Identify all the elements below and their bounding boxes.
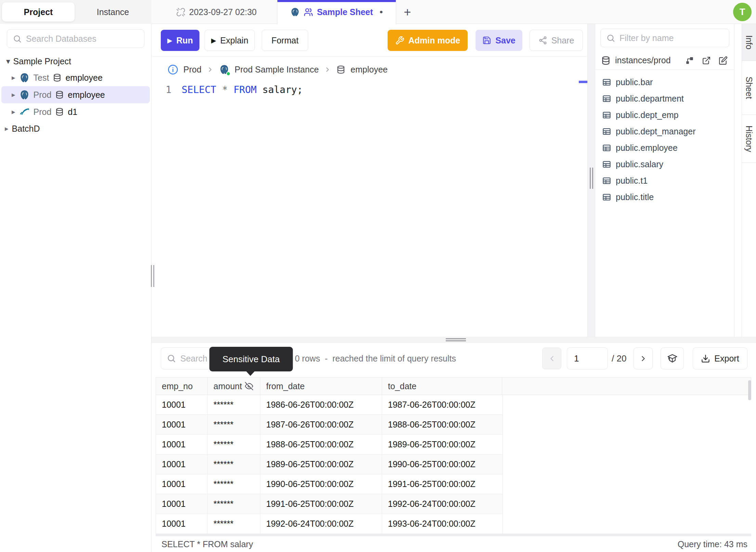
cell-from-date[interactable]: 1990-06-25T00:00:00Z: [260, 474, 382, 494]
results-hscrollbar[interactable]: [156, 534, 751, 536]
table-list-item[interactable]: public.department: [595, 90, 734, 107]
tree-item-prod-employee-selected[interactable]: ▸ Prod employee: [1, 86, 150, 103]
tree-group-batchd[interactable]: ▸ BatchD: [0, 120, 152, 137]
tree-group-sample-project[interactable]: ▾ Sample Project: [0, 53, 152, 69]
editor-line-1[interactable]: 1 SELECT * FROM salary;: [152, 82, 587, 97]
data-mask-settings-button[interactable]: [661, 347, 684, 369]
results-vscrollbar-thumb[interactable]: [748, 380, 751, 400]
breadcrumb-instance[interactable]: Prod Sample Instance: [235, 65, 319, 75]
cell-from-date[interactable]: 1986-06-26T00:00:00Z: [260, 395, 382, 415]
tab-sample-sheet-active[interactable]: Sample Sheet ●: [277, 0, 396, 24]
caret-down-icon[interactable]: ▾: [6, 57, 10, 66]
cell-amount-masked[interactable]: ******: [208, 415, 260, 434]
table-row[interactable]: 10001 ****** 1992-06-24T00:00:00Z 1993-0…: [156, 514, 503, 534]
format-button[interactable]: Format: [262, 30, 308, 51]
panel-resize-gutter-vertical[interactable]: [587, 24, 595, 343]
table-list-item[interactable]: public.title: [595, 189, 734, 205]
drag-handle-icon[interactable]: [590, 168, 591, 189]
cell-to-date[interactable]: 1987-06-26T00:00:00Z: [382, 395, 502, 415]
side-tab-history[interactable]: History: [742, 115, 756, 163]
previous-page-button[interactable]: [542, 347, 561, 369]
cell-amount-masked[interactable]: ******: [208, 395, 260, 415]
panel-resize-gutter-horizontal[interactable]: [152, 337, 756, 343]
column-header-from-date[interactable]: from_date: [260, 378, 382, 395]
table-list-item[interactable]: public.t1: [595, 172, 734, 189]
cell-to-date[interactable]: 1989-06-25T00:00:00Z: [382, 435, 502, 454]
cell-emp-no[interactable]: 10001: [156, 514, 208, 534]
cell-from-date[interactable]: 1989-06-25T00:00:00Z: [260, 455, 382, 474]
cell-to-date[interactable]: 1993-06-24T00:00:00Z: [382, 514, 502, 534]
cell-from-date[interactable]: 1988-06-25T00:00:00Z: [260, 435, 382, 454]
schema-diagram-icon[interactable]: [685, 56, 694, 65]
save-button[interactable]: Save: [475, 30, 522, 51]
column-header-amount[interactable]: amount: [208, 378, 260, 395]
tab-project[interactable]: Project: [2, 2, 75, 22]
new-tab-button[interactable]: +: [400, 4, 415, 20]
cell-amount-masked[interactable]: ******: [208, 455, 260, 474]
column-header-emp-no[interactable]: emp_no: [156, 378, 208, 395]
table-row[interactable]: 10001 ****** 1991-06-25T00:00:00Z 1992-0…: [156, 494, 503, 514]
cell-to-date[interactable]: 1992-06-24T00:00:00Z: [382, 494, 502, 514]
sidebar-drag-handle[interactable]: [150, 265, 155, 287]
drag-handle-icon[interactable]: [446, 340, 466, 341]
table-list-item[interactable]: public.salary: [595, 156, 734, 172]
table-list-item[interactable]: public.dept_manager: [595, 123, 734, 140]
table-filter-box[interactable]: [600, 29, 729, 47]
cell-to-date[interactable]: 1988-06-25T00:00:00Z: [382, 415, 502, 434]
cell-emp-no[interactable]: 10001: [156, 474, 208, 494]
edit-icon[interactable]: [719, 56, 728, 65]
sql-editor[interactable]: 1 SELECT * FROM salary;: [152, 82, 587, 337]
table-list-item[interactable]: public.bar: [595, 74, 734, 90]
side-tab-sheet[interactable]: Sheet: [742, 61, 756, 115]
table-row[interactable]: 10001 ****** 1989-06-25T00:00:00Z 1990-0…: [156, 455, 503, 474]
cell-amount-masked[interactable]: ******: [208, 474, 260, 494]
cell-from-date[interactable]: 1991-06-25T00:00:00Z: [260, 494, 382, 514]
share-button[interactable]: Share: [530, 30, 583, 51]
table-row[interactable]: 10001 ****** 1987-06-26T00:00:00Z 1988-0…: [156, 415, 503, 435]
column-header-to-date[interactable]: to_date: [382, 378, 502, 395]
table-row[interactable]: 10001 ****** 1986-06-26T00:00:00Z 1987-0…: [156, 395, 503, 415]
explain-button[interactable]: ▶ Explain: [205, 30, 255, 51]
cell-emp-no[interactable]: 10001: [156, 435, 208, 454]
page-number-input[interactable]: [574, 353, 608, 364]
info-icon[interactable]: [168, 64, 178, 75]
cell-emp-no[interactable]: 10001: [156, 455, 208, 474]
cell-amount-masked[interactable]: ******: [208, 494, 260, 514]
external-link-icon[interactable]: [702, 56, 711, 65]
cell-emp-no[interactable]: 10001: [156, 395, 208, 415]
search-databases-input[interactable]: [26, 34, 139, 44]
drag-handle-icon[interactable]: [592, 168, 593, 189]
cell-from-date[interactable]: 1992-06-24T00:00:00Z: [260, 514, 382, 534]
avatar[interactable]: T: [733, 3, 752, 21]
cell-amount-masked[interactable]: ******: [208, 514, 260, 534]
page-number-box[interactable]: [567, 347, 608, 369]
database-search-box[interactable]: [7, 29, 144, 48]
caret-right-icon[interactable]: ▸: [12, 91, 15, 99]
side-tab-info[interactable]: Info: [742, 24, 756, 61]
cell-emp-no[interactable]: 10001: [156, 494, 208, 514]
cell-from-date[interactable]: 1987-06-26T00:00:00Z: [260, 415, 382, 434]
drag-handle-icon[interactable]: [446, 338, 466, 339]
breadcrumb-database[interactable]: employee: [351, 65, 388, 75]
caret-right-icon[interactable]: ▸: [12, 108, 15, 116]
run-button[interactable]: ▶ Run: [161, 30, 199, 51]
breadcrumb-environment[interactable]: Prod: [183, 65, 201, 75]
table-list-item[interactable]: public.dept_emp: [595, 107, 734, 123]
cell-emp-no[interactable]: 10001: [156, 415, 208, 434]
table-list-item[interactable]: public.employee: [595, 140, 734, 156]
caret-right-icon[interactable]: ▸: [12, 74, 15, 82]
table-row[interactable]: 10001 ****** 1988-06-25T00:00:00Z 1989-0…: [156, 435, 503, 455]
next-page-button[interactable]: [634, 347, 653, 369]
tab-history-sheet[interactable]: 2023-09-27 02:30: [156, 0, 277, 24]
tab-instance[interactable]: Instance: [76, 2, 150, 22]
admin-mode-button[interactable]: Admin mode: [388, 30, 468, 51]
export-button[interactable]: Export: [693, 347, 747, 369]
cell-to-date[interactable]: 1991-06-25T00:00:00Z: [382, 474, 502, 494]
caret-right-icon[interactable]: ▸: [5, 124, 9, 133]
filter-by-name-input[interactable]: [620, 33, 724, 43]
tree-item-prod-d1[interactable]: ▸ Prod d1: [0, 103, 152, 120]
tree-item-test-employee[interactable]: ▸ Test employee: [0, 69, 152, 86]
cell-to-date[interactable]: 1990-06-25T00:00:00Z: [382, 455, 502, 474]
cell-amount-masked[interactable]: ******: [208, 435, 260, 454]
table-row[interactable]: 10001 ****** 1990-06-25T00:00:00Z 1991-0…: [156, 474, 503, 494]
